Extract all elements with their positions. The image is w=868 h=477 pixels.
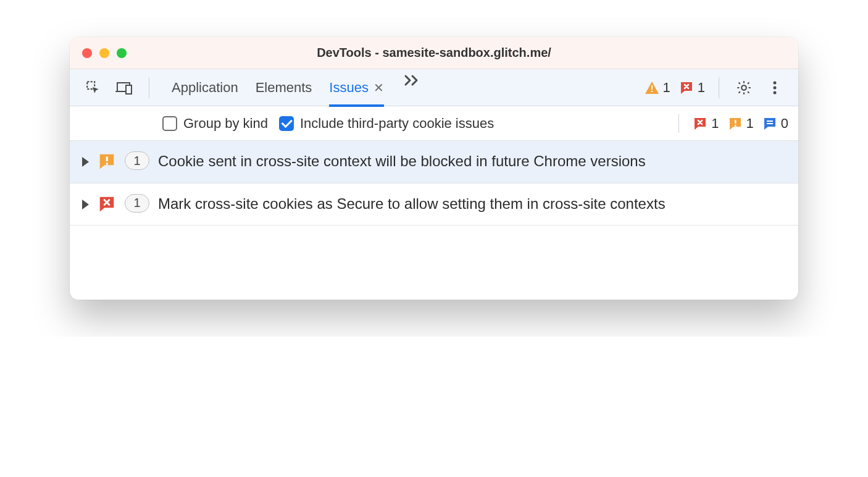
issue-title: Cookie sent in cross-site context will b… xyxy=(158,151,646,172)
warning-speech-icon xyxy=(98,152,116,171)
warning-count-value: 1 xyxy=(663,80,670,96)
close-tab-icon[interactable]: ✕ xyxy=(373,80,384,95)
svg-rect-10 xyxy=(767,120,773,122)
devtools-window: DevTools - samesite-sandbox.glitch.me/ A… xyxy=(70,37,798,300)
close-window-button[interactable] xyxy=(82,48,92,58)
window-titlebar: DevTools - samesite-sandbox.glitch.me/ xyxy=(70,37,798,69)
device-toolbar-icon[interactable] xyxy=(113,77,135,99)
svg-rect-3 xyxy=(651,91,653,92)
devtools-tabstrip: Application Elements Issues ✕ xyxy=(70,69,798,106)
info-speech-icon xyxy=(762,116,777,131)
svg-point-6 xyxy=(774,86,777,89)
svg-rect-13 xyxy=(106,163,108,165)
expand-icon[interactable] xyxy=(82,200,89,209)
filter-error-value: 1 xyxy=(711,116,719,132)
include-third-party-label: Include third-party cookie issues xyxy=(300,116,494,132)
maximize-window-button[interactable] xyxy=(117,48,127,58)
warning-triangle-icon xyxy=(645,81,659,95)
issues-filter-bar: Group by kind Include third-party cookie… xyxy=(70,106,798,141)
error-count-value: 1 xyxy=(698,80,705,96)
issue-row[interactable]: 1 Cookie sent in cross-site context will… xyxy=(70,141,798,184)
error-speech-icon xyxy=(693,116,707,131)
warning-count[interactable]: 1 xyxy=(645,80,670,96)
tab-elements[interactable]: Elements xyxy=(256,70,312,107)
filter-error-count[interactable]: 1 xyxy=(693,116,719,132)
group-by-kind-label: Group by kind xyxy=(183,116,268,132)
issue-count-pill: 1 xyxy=(125,151,149,170)
divider xyxy=(678,114,679,133)
issue-count: 1 xyxy=(133,154,140,168)
error-speech-icon xyxy=(98,195,116,213)
filter-warning-count[interactable]: 1 xyxy=(728,116,754,132)
inspect-element-icon[interactable] xyxy=(82,77,104,99)
svg-rect-2 xyxy=(651,85,653,90)
tab-label: Elements xyxy=(256,80,312,96)
svg-point-7 xyxy=(774,91,777,94)
svg-rect-9 xyxy=(735,125,737,127)
divider xyxy=(719,77,719,98)
error-speech-icon xyxy=(679,80,694,95)
filter-info-value: 0 xyxy=(781,116,788,132)
svg-rect-1 xyxy=(126,85,131,94)
filter-info-count[interactable]: 0 xyxy=(762,116,788,132)
error-count[interactable]: 1 xyxy=(679,80,705,96)
minimize-window-button[interactable] xyxy=(99,48,109,58)
more-tabs-icon[interactable] xyxy=(401,69,424,91)
divider xyxy=(149,77,149,98)
tab-label: Application xyxy=(172,80,238,96)
window-controls xyxy=(70,48,127,58)
svg-rect-11 xyxy=(767,123,773,124)
kebab-menu-icon[interactable] xyxy=(764,77,786,99)
issue-row[interactable]: 1 Mark cross-site cookies as Secure to a… xyxy=(70,184,798,226)
filter-warning-value: 1 xyxy=(746,116,754,132)
tab-label: Issues xyxy=(329,80,369,96)
svg-rect-12 xyxy=(106,157,108,162)
issue-count: 1 xyxy=(133,196,140,210)
svg-point-4 xyxy=(741,85,746,90)
tab-issues[interactable]: Issues ✕ xyxy=(329,70,384,107)
tab-application[interactable]: Application xyxy=(172,70,238,107)
include-third-party-checkbox[interactable] xyxy=(279,116,294,131)
settings-icon[interactable] xyxy=(733,77,755,99)
issue-title: Mark cross-site cookies as Secure to all… xyxy=(158,193,666,214)
svg-point-5 xyxy=(774,81,777,84)
empty-area xyxy=(70,226,798,300)
svg-rect-8 xyxy=(735,120,737,124)
group-by-kind-checkbox[interactable] xyxy=(162,116,177,131)
group-by-kind-option[interactable]: Group by kind xyxy=(162,116,268,132)
expand-icon[interactable] xyxy=(82,157,89,167)
warning-speech-icon xyxy=(728,116,743,131)
window-title: DevTools - samesite-sandbox.glitch.me/ xyxy=(70,46,798,60)
issue-count-pill: 1 xyxy=(125,194,149,213)
include-third-party-option[interactable]: Include third-party cookie issues xyxy=(279,116,494,132)
